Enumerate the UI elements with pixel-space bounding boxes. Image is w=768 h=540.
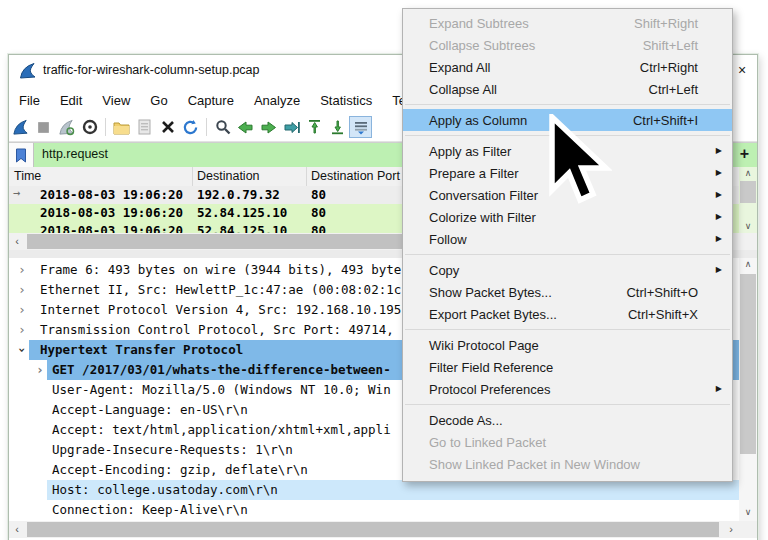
menu-item-decode-as[interactable]: Decode As... [403, 409, 732, 431]
display-filter-input[interactable]: http.request [42, 147, 108, 161]
scroll-right-icon[interactable]: › [723, 521, 739, 538]
menu-capture[interactable]: Capture [178, 93, 244, 108]
scroll-up-icon[interactable]: ∧ [739, 258, 757, 271]
menu-item-copy[interactable]: Copy ▶ [403, 259, 732, 281]
menu-item-protocol-preferences[interactable]: Protocol Preferences ▶ [403, 378, 732, 400]
screenshot-stage: { "glyphs": { "close": "×", "plus": "+",… [0, 0, 768, 540]
column-header-dest-port[interactable]: Destination Port [311, 169, 400, 183]
menu-item-export-packet-bytes[interactable]: Export Packet Bytes... Ctrl+Shift+X [403, 303, 732, 325]
menu-item-expand-all[interactable]: Expand All Ctrl+Right [403, 56, 732, 78]
detail-row[interactable]: Connection: Keep-Alive\r\n [9, 500, 739, 520]
detail-text: Accept-Encoding: gzip, deflate\r\n [52, 460, 308, 480]
detail-text: Accept-Language: en-US\r\n [52, 400, 248, 420]
menu-item-collapse-subtrees[interactable]: Collapse Subtrees Shift+Left [403, 34, 732, 56]
start-capture-icon[interactable] [9, 116, 32, 138]
auto-scroll-icon[interactable] [349, 116, 372, 138]
detail-pane-scrollbar[interactable]: ∧ ∨ [739, 258, 757, 521]
add-filter-button-button[interactable]: + [740, 145, 749, 163]
menu-edit[interactable]: Edit [50, 93, 92, 108]
menu-separator [405, 104, 730, 105]
column-header-time[interactable]: Time [14, 169, 41, 183]
collapsed-chevron-icon[interactable]: › [18, 320, 26, 340]
menu-item-show-packet-bytes[interactable]: Show Packet Bytes... Ctrl+Shift+O [403, 281, 732, 303]
menu-item-expand-subtrees[interactable]: Expand Subtrees Shift+Right [403, 12, 732, 34]
open-file-icon[interactable] [110, 116, 133, 138]
menu-item-filter-field-reference[interactable]: Filter Field Reference [403, 356, 732, 378]
filter-bookmark-button[interactable] [9, 143, 34, 167]
mouse-cursor-icon [548, 114, 612, 206]
scrollbar-thumb[interactable] [27, 522, 719, 537]
scroll-down-icon[interactable]: ∨ [739, 506, 757, 519]
go-last-packet-icon[interactable] [326, 116, 349, 138]
submenu-arrow-icon: ▶ [716, 190, 722, 199]
detail-text: Host: college.usatoday.com\r\n [52, 480, 278, 500]
submenu-arrow-icon: ▶ [716, 384, 722, 393]
reload-icon[interactable] [179, 116, 202, 138]
close-capture-icon[interactable] [156, 116, 179, 138]
menu-analyze[interactable]: Analyze [244, 93, 310, 108]
submenu-arrow-icon: ▶ [716, 234, 722, 243]
column-divider[interactable] [306, 167, 307, 186]
scroll-left-icon[interactable]: ‹ [9, 233, 25, 250]
detail-row-host-field[interactable]: Host: college.usatoday.com\r\n [9, 480, 739, 500]
submenu-arrow-icon: ▶ [716, 146, 722, 155]
stop-capture-icon[interactable] [32, 116, 55, 138]
menu-view[interactable]: View [92, 93, 140, 108]
find-packet-icon[interactable] [211, 116, 234, 138]
scroll-left-icon[interactable]: ‹ [9, 521, 25, 538]
detail-text: Transmission Control Protocol, Src Port:… [40, 320, 394, 340]
submenu-arrow-icon: ▶ [716, 168, 722, 177]
window-title: traffic-for-wireshark-column-setup.pcap [43, 63, 260, 77]
detail-pane-hscrollbar[interactable]: ‹ › [9, 521, 757, 538]
current-packet-arrow-icon: → [13, 186, 20, 200]
menu-item-show-linked-packet-in-new-window[interactable]: Show Linked Packet in New Window [403, 453, 732, 475]
capture-options-icon[interactable] [78, 116, 101, 138]
collapsed-chevron-icon[interactable]: › [18, 300, 26, 320]
menu-item-collapse-all[interactable]: Collapse All Ctrl+Left [403, 78, 732, 100]
detail-text: Connection: Keep-Alive\r\n [52, 500, 248, 520]
collapsed-chevron-icon[interactable]: › [36, 360, 44, 380]
menu-item-wiki-protocol-page[interactable]: Wiki Protocol Page [403, 334, 732, 356]
collapsed-chevron-icon[interactable]: › [18, 260, 26, 280]
submenu-arrow-icon: ▶ [716, 265, 722, 274]
scrollbar-thumb[interactable] [740, 181, 756, 203]
bookmark-icon [15, 148, 27, 163]
collapsed-chevron-icon[interactable]: › [18, 280, 26, 300]
menu-separator [405, 329, 730, 330]
cell-dest-port: 80 [311, 223, 326, 233]
cell-time: 2018-08-03 19:06:20 [40, 187, 183, 202]
save-file-icon[interactable] [133, 116, 156, 138]
cell-dest-port: 80 [311, 205, 326, 220]
cell-dest-port: 80 [311, 187, 326, 202]
expanded-chevron-icon[interactable]: › [12, 346, 32, 354]
detail-text: Frame 6: 493 bytes on wire (3944 bits), … [40, 260, 401, 280]
packet-list-scrollbar[interactable]: ∧ ∨ [739, 167, 757, 233]
cell-time: 2018-08-03 19:06:20 [40, 205, 183, 220]
close-window-button[interactable]: × [733, 61, 751, 79]
scroll-up-icon[interactable]: ∧ [739, 167, 757, 180]
menu-file[interactable]: File [9, 93, 50, 108]
detail-text: Internet Protocol Version 4, Src: 192.16… [40, 300, 401, 320]
cell-destination: 52.84.125.10 [197, 205, 287, 220]
menu-item-follow[interactable]: Follow ▶ [403, 228, 732, 250]
scrollbar-thumb[interactable] [740, 274, 756, 454]
submenu-arrow-icon: ▶ [716, 212, 722, 221]
restart-capture-icon[interactable] [55, 116, 78, 138]
detail-text: Hypertext Transfer Protocol [40, 340, 243, 360]
cell-time: 2018-08-03 19:06:20 [40, 223, 183, 233]
menu-statistics[interactable]: Statistics [310, 93, 382, 108]
scroll-down-icon[interactable]: ∨ [739, 220, 757, 233]
menu-go[interactable]: Go [140, 93, 177, 108]
column-divider[interactable] [192, 167, 193, 186]
detail-text: User-Agent: Mozilla/5.0 (Windows NT 10.0… [52, 380, 391, 400]
menu-separator [405, 404, 730, 405]
menu-item-go-to-linked-packet[interactable]: Go to Linked Packet [403, 431, 732, 453]
go-forward-icon[interactable] [257, 116, 280, 138]
go-first-packet-icon[interactable] [303, 116, 326, 138]
cell-destination: 192.0.79.32 [197, 187, 280, 202]
go-to-packet-icon[interactable] [280, 116, 303, 138]
column-header-destination[interactable]: Destination [197, 169, 260, 183]
menu-item-colorize-with-filter[interactable]: Colorize with Filter ▶ [403, 206, 732, 228]
go-back-icon[interactable] [234, 116, 257, 138]
detail-text: Accept: text/html,application/xhtml+xml,… [52, 420, 391, 440]
